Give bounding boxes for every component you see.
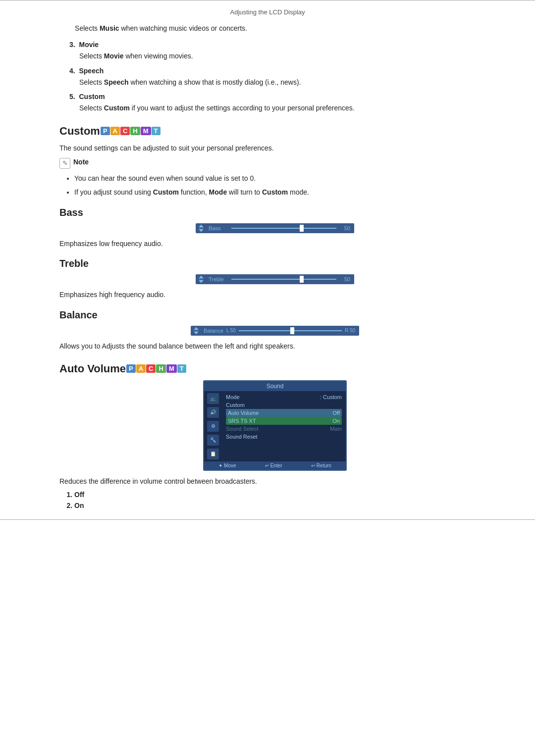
custom-heading-text: Custom	[59, 125, 100, 138]
bass-desc: Emphasizes low frequency audio.	[59, 238, 490, 249]
menu-row-sound-reset[interactable]: Sound Reset	[226, 433, 342, 441]
menu-icon-3: ⚙	[207, 421, 219, 432]
item-3-label: 3. Movie	[69, 41, 99, 49]
footer-enter: ↵ Enter	[265, 463, 282, 468]
option-off: Off	[74, 491, 490, 499]
mode-bold: Mode	[209, 188, 227, 196]
treble-arrow-down[interactable]	[199, 280, 204, 283]
menu-row-auto-volume[interactable]: Auto Volume Off	[226, 409, 342, 417]
menu-icon-1: 📺	[207, 393, 219, 404]
bullet-1: You can hear the sound even when sound v…	[74, 173, 490, 184]
menu-row-srs[interactable]: SRS TS XT On	[226, 417, 342, 425]
custom-row-label: Custom	[226, 402, 245, 408]
treble-heading: Treble	[59, 258, 490, 269]
menu-icon-4: 🔧	[207, 435, 219, 446]
balance-thumb[interactable]	[290, 327, 294, 334]
treble-track-container	[231, 279, 336, 280]
bass-arrow-up[interactable]	[199, 224, 204, 227]
menu-icon-5: 📋	[207, 449, 219, 459]
sound-menu: Sound 📺 🔊 ⚙ 🔧 📋 Mode : Custom	[203, 380, 347, 471]
sound-menu-items: Mode : Custom Custom Auto Volume Off	[222, 391, 346, 461]
bass-track-container	[231, 228, 336, 229]
sound-menu-title: Sound	[204, 381, 346, 391]
treble-thumb[interactable]	[300, 276, 304, 283]
bottom-border	[0, 519, 535, 520]
move-icon: ✦	[218, 463, 222, 468]
item-4-desc: Selects Speech when watching a show that…	[79, 77, 490, 88]
balance-arrow-down[interactable]	[194, 331, 199, 334]
top-border	[0, 0, 535, 0]
return-label: Return	[317, 463, 331, 468]
page-header: Adjusting the LCD Display	[0, 3, 535, 23]
auto-volume-row-value: Off	[333, 410, 340, 416]
treble-slider-widget: Treble 50	[59, 274, 490, 284]
auto-volume-row-label: Auto Volume	[228, 410, 259, 416]
custom-heading: Custom	[79, 93, 105, 101]
badge-a: A	[110, 127, 120, 135]
balance-track-container	[239, 330, 342, 331]
bass-arrow-down[interactable]	[199, 229, 204, 232]
treble-value: 50	[340, 276, 350, 282]
bass-heading: Bass	[59, 207, 490, 218]
treble-track	[231, 279, 336, 280]
bass-label: Bass	[209, 225, 227, 231]
music-bold: Music	[100, 24, 119, 32]
custom-bold: Custom	[104, 104, 130, 112]
balance-slider-widget: Balance L 50 R 50	[59, 326, 490, 336]
av-badge-t: T	[177, 364, 186, 373]
item-5-desc: Selects Custom if you want to adjust the…	[79, 102, 490, 113]
balance-heading: Balance	[59, 309, 490, 321]
note-icon: ✎	[59, 158, 70, 169]
menu-row-custom: Custom	[226, 401, 342, 409]
treble-slider-box[interactable]: Treble 50	[196, 274, 354, 284]
balance-track	[239, 330, 342, 331]
move-label: Move	[224, 463, 236, 468]
bass-slider-box[interactable]: Bass 50	[196, 223, 354, 233]
balance-desc: Allows you to Adjusts the sound balance …	[59, 341, 490, 352]
treble-arrow-up[interactable]	[199, 276, 204, 279]
movie-heading: Movie	[79, 41, 99, 49]
custom-section-body: The sound settings can be adjusted to su…	[59, 143, 490, 153]
mode-label: Mode	[226, 394, 240, 400]
intro-text: Selects Music when watching music videos…	[59, 23, 490, 34]
option-on: On	[74, 502, 490, 509]
enter-icon: ↵	[265, 463, 269, 468]
balance-label-r: R 50	[345, 328, 355, 333]
numbered-item-custom: 5. Custom Selects Custom if you want to …	[59, 93, 490, 113]
bass-value: 50	[340, 225, 350, 231]
auto-volume-options: Off On	[74, 491, 490, 509]
av-badge-c: C	[146, 364, 156, 373]
enter-label: Enter	[270, 463, 282, 468]
badge-m: M	[141, 127, 151, 135]
custom-func-bold: Custom	[153, 188, 179, 196]
bass-thumb[interactable]	[300, 225, 304, 232]
menu-row-sound-select: Sound Select Main	[226, 425, 342, 433]
bass-track	[231, 228, 336, 229]
av-badge-m: M	[166, 364, 177, 373]
badge-c: C	[120, 127, 130, 135]
badge-t: T	[152, 127, 160, 135]
sound-select-label: Sound Select	[226, 426, 258, 432]
return-icon: ↩	[311, 463, 315, 468]
numbered-item-speech: 4. Speech Selects Speech when watching a…	[59, 67, 490, 88]
srs-label: SRS TS XT	[228, 418, 256, 424]
av-badge-a: A	[136, 364, 146, 373]
footer-return: ↩ Return	[311, 463, 331, 468]
menu-icon-2: 🔊	[207, 407, 219, 418]
footer-move: ✦ Move	[218, 463, 236, 468]
badge-p: P	[101, 127, 110, 135]
numbered-item-movie: 3. Movie Selects Movie when viewing movi…	[59, 41, 490, 61]
menu-row-mode: Mode : Custom	[226, 393, 342, 401]
note-label: Note	[73, 157, 89, 166]
movie-bold: Movie	[104, 52, 124, 60]
speech-bold: Speech	[104, 78, 129, 86]
mode-value: : Custom	[320, 394, 342, 400]
balance-arrow-up[interactable]	[194, 327, 199, 330]
speech-heading: Speech	[79, 67, 104, 75]
balance-slider-box[interactable]: Balance L 50 R 50	[191, 326, 359, 336]
sound-select-value: Main	[330, 426, 342, 432]
custom-section-heading: CustomPACHMT	[59, 125, 490, 138]
treble-label: Treble	[209, 276, 227, 282]
note-box: ✎ Note	[59, 157, 490, 169]
sound-menu-footer: ✦ Move ↵ Enter ↩ Return	[204, 461, 346, 470]
